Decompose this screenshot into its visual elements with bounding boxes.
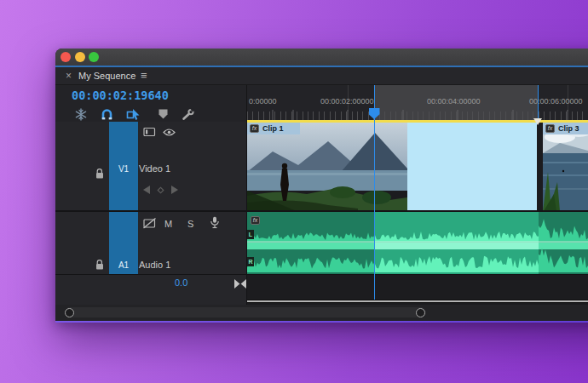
master-gain-value[interactable]: 0.0 [175,277,187,288]
video-clip-3[interactable] [543,123,588,211]
scrollbar-thumb[interactable] [65,307,426,317]
video-clip-1[interactable] [247,123,407,211]
fx-badge: fx [545,124,555,133]
audio-clip-3[interactable] [539,212,588,274]
header-timeline-divider [246,85,247,305]
clip-3-name-bar[interactable]: fx Clip 3 [543,123,588,134]
panel-tab-bar: × My Sequence ≡ [55,67,588,85]
voiceover-record-mic-icon[interactable] [210,216,220,229]
ruler-label-4s: 00:00:04:00000 [427,97,481,106]
audio-clip-1-selected-range[interactable] [375,212,539,274]
solo-track-button[interactable]: S [187,219,193,229]
scrollbar-left-handle[interactable] [65,308,74,317]
sync-lock-off-icon[interactable] [143,218,157,229]
audio-channel-left-badge: L [247,230,254,239]
horizontal-scrollbar[interactable] [55,305,588,321]
scrollbar-right-handle[interactable] [416,308,425,317]
clip-1-label: Clip 1 [262,124,284,133]
playhead-timecode[interactable]: 00:00:02:19640 [72,89,169,102]
track-video-1-name[interactable]: Video 1 [139,163,170,174]
timeline-settings-wrench-icon[interactable] [182,108,195,121]
close-window-button[interactable] [61,52,71,62]
add-marker-icon[interactable] [159,109,172,122]
window-bottom-edge [55,321,588,323]
desktop-background: × My Sequence ≡ 00:00:02:19640 [0,0,588,383]
previous-keyframe-icon[interactable] [143,186,150,194]
video-clip-selected[interactable] [407,123,537,211]
lock-icon[interactable] [95,259,105,271]
keyframe-navigator [143,186,178,194]
minimize-window-button[interactable] [75,52,85,62]
linked-selection-icon[interactable] [126,108,140,121]
audio-channel-right-badge: R [247,257,254,266]
clip-1-name-bar[interactable]: fx Clip 1 [247,123,300,134]
pan-bowtie-icon[interactable] [234,279,246,289]
ruler-label-2s: 00:00:02:00000 [320,97,374,106]
nest-sequences-icon[interactable] [74,108,88,121]
toggle-track-output-eye-icon[interactable] [163,128,176,137]
add-keyframe-icon[interactable] [157,186,164,194]
audio-clip-1[interactable] [247,212,375,274]
track-audio-1-name[interactable]: Audio 1 [139,260,170,270]
zoom-window-button[interactable] [89,52,99,62]
work-area-end-line [538,85,539,122]
track-a1-id: A1 [109,260,138,270]
lock-icon[interactable] [95,168,105,180]
timeline-panel: × My Sequence ≡ 00:00:02:19640 [55,67,588,321]
panel-menu-icon[interactable]: ≡ [141,69,147,82]
tab-my-sequence[interactable]: My Sequence [78,71,135,81]
mute-track-button[interactable]: M [164,219,172,229]
close-panel-icon[interactable]: × [66,70,72,82]
next-keyframe-icon[interactable] [171,186,178,194]
master-track-level-line [247,300,588,303]
fx-badge: fx [251,216,260,225]
window-titlebar[interactable] [55,49,588,66]
premiere-timeline-window: × My Sequence ≡ 00:00:02:19640 [55,49,588,323]
track-v1-id: V1 [109,164,138,174]
ruler-label-0s: 0:00000 [249,97,277,106]
sync-lock-icon[interactable] [143,127,156,137]
header-divider [55,274,247,275]
snap-icon[interactable] [101,108,114,121]
clip-3-label: Clip 3 [558,124,579,133]
fx-badge: fx [250,124,259,133]
